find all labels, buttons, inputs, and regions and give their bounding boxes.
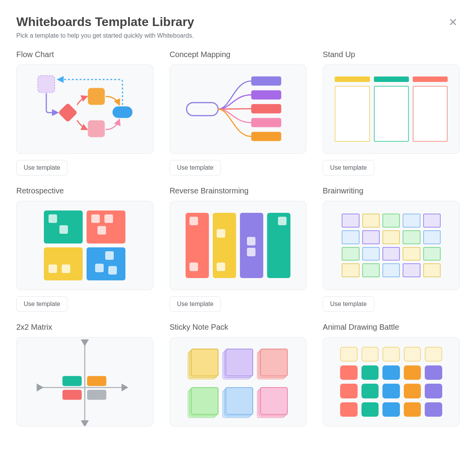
svg-rect-4 [113, 106, 133, 118]
use-template-button[interactable]: Use template [16, 160, 68, 176]
concept-mapping-illustration [170, 65, 306, 153]
template-thumb-flow-chart[interactable] [16, 64, 153, 154]
svg-rect-2 [88, 120, 105, 137]
template-library-modal: Whiteboards Template Library Pick a temp… [0, 0, 476, 441]
svg-rect-25 [260, 349, 287, 376]
retrospective-illustration [17, 201, 153, 290]
svg-rect-15 [63, 390, 82, 400]
template-title: Stand Up [323, 50, 460, 59]
use-template-button[interactable]: Use template [170, 160, 221, 176]
template-card-retrospective: Retrospective Use temp [16, 186, 153, 312]
matrix-illustration [17, 337, 153, 426]
svg-rect-22 [226, 349, 252, 376]
use-template-button[interactable]: Use template [170, 296, 221, 312]
use-template-button[interactable]: Use template [323, 160, 374, 176]
svg-rect-31 [226, 388, 252, 414]
close-icon: ✕ [448, 16, 457, 28]
svg-rect-6 [251, 77, 281, 86]
modal-subtitle: Pick a template to help you get started … [16, 32, 194, 39]
template-thumb-concept-mapping[interactable] [170, 64, 307, 154]
svg-rect-16 [87, 390, 106, 400]
template-title: Reverse Brainstorming [170, 186, 307, 195]
stand-up-illustration [335, 77, 448, 142]
template-thumb-stand-up[interactable] [323, 64, 460, 154]
svg-rect-5 [186, 103, 218, 116]
brainwriting-illustration [342, 214, 441, 277]
sticky-pack-illustration [170, 337, 306, 426]
reverse-brainstorming-illustration [186, 213, 291, 278]
use-template-button[interactable]: Use template [323, 296, 374, 312]
template-thumb-2x2-matrix[interactable] [16, 337, 153, 426]
close-button[interactable]: ✕ [446, 15, 460, 30]
template-card-reverse-brainstorming: Reverse Brainstorming Use template [170, 186, 307, 312]
svg-rect-9 [251, 118, 281, 127]
template-card-sticky-note-pack: Sticky Note Pack [170, 323, 307, 426]
template-title: Animal Drawing Battle [323, 323, 460, 332]
template-card-stand-up: Stand Up Use template [323, 50, 460, 176]
template-thumb-retrospective[interactable] [16, 201, 153, 290]
modal-title: Whiteboards Template Library [16, 15, 194, 29]
template-grid: Flow Chart [16, 50, 460, 426]
svg-rect-0 [38, 76, 55, 93]
animal-drawing-illustration [340, 347, 442, 417]
template-card-animal-drawing-battle: Animal Drawing Battle [323, 323, 460, 426]
template-card-brainwriting: Brainwriting [323, 186, 460, 312]
svg-rect-34 [260, 388, 287, 414]
template-card-flow-chart: Flow Chart [16, 50, 153, 176]
svg-rect-1 [88, 88, 105, 105]
svg-rect-13 [63, 376, 82, 386]
template-thumb-sticky-note-pack[interactable] [170, 337, 307, 426]
svg-rect-8 [251, 104, 281, 113]
template-title: 2x2 Matrix [16, 323, 153, 332]
svg-rect-10 [251, 132, 281, 141]
svg-rect-3 [58, 103, 77, 122]
template-card-concept-mapping: Concept Mapping Use template [170, 50, 307, 176]
template-title: Retrospective [16, 186, 153, 195]
svg-rect-14 [87, 376, 106, 386]
use-template-button[interactable]: Use template [16, 296, 68, 312]
template-title: Brainwriting [323, 186, 460, 195]
svg-rect-7 [251, 90, 281, 99]
svg-rect-19 [191, 349, 218, 376]
template-title: Flow Chart [16, 50, 153, 59]
template-title: Sticky Note Pack [170, 323, 307, 332]
template-title: Concept Mapping [170, 50, 307, 59]
template-card-2x2-matrix: 2x2 Matrix [16, 323, 153, 426]
template-thumb-brainwriting[interactable] [323, 201, 460, 290]
template-thumb-reverse-brainstorming[interactable] [170, 201, 307, 290]
flow-chart-illustration [17, 65, 153, 153]
svg-rect-28 [191, 388, 218, 414]
template-thumb-animal-drawing-battle[interactable] [323, 337, 460, 426]
